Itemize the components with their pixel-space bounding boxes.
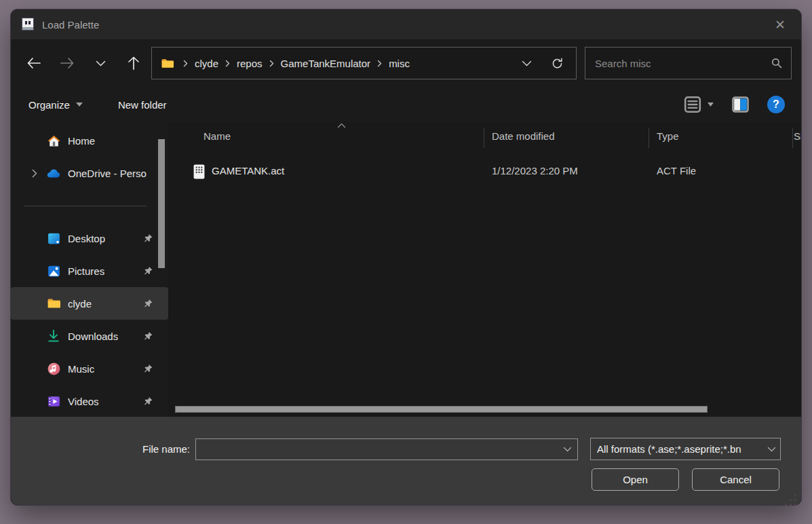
sidebar-item-downloads[interactable]: Downloads <box>11 320 168 352</box>
organize-button[interactable]: Organize <box>28 99 83 111</box>
pin-icon <box>143 266 153 276</box>
title-bar: Load Palette ✕ <box>11 10 801 39</box>
open-button[interactable]: Open <box>592 468 679 491</box>
back-button[interactable] <box>20 50 47 77</box>
sidebar-scrollbar[interactable] <box>158 139 165 268</box>
organize-label: Organize <box>28 99 70 111</box>
address-folder-icon <box>160 56 175 71</box>
dialog-footer: File name: All formats (*.ase;*.aseprite… <box>11 417 801 505</box>
desktop-icon <box>46 231 61 246</box>
search-box[interactable] <box>585 47 792 79</box>
sidebar-separator <box>11 189 168 222</box>
sort-ascending-icon <box>337 123 346 128</box>
onedrive-cloud-icon <box>46 166 61 181</box>
home-icon <box>46 133 61 148</box>
sidebar-item-label: clyde <box>68 298 92 310</box>
sidebar-item-desktop[interactable]: Desktop <box>11 222 168 255</box>
file-name: GAMETANK.act <box>212 165 284 176</box>
horizontal-scrollbar[interactable] <box>168 406 801 413</box>
sidebar-item-videos[interactable]: Videos <box>11 385 168 417</box>
new-folder-button[interactable]: New folder <box>118 99 167 111</box>
file-type: ACT File <box>657 165 696 176</box>
sidebar-item-label: Videos <box>68 396 99 407</box>
file-name-input[interactable] <box>201 444 563 455</box>
sidebar-item-label: Home <box>68 135 95 147</box>
filter-dropdown-chevron-icon <box>767 447 776 452</box>
file-name-dropdown-chevron-icon[interactable] <box>563 447 572 452</box>
details-view-icon <box>683 95 702 114</box>
pin-icon <box>143 396 153 407</box>
window-title: Load Palette <box>42 19 99 31</box>
command-toolbar: Organize New folder ? <box>11 87 801 122</box>
sidebar-item-onedrive[interactable]: OneDrive - Perso <box>11 157 168 189</box>
sidebar-item-label: Pictures <box>68 265 104 277</box>
breadcrumb-separator-icon <box>372 60 387 67</box>
column-header-name[interactable]: Name <box>204 130 231 142</box>
forward-button[interactable] <box>54 50 81 77</box>
sidebar-item-pictures[interactable]: Pictures <box>11 255 168 287</box>
sidebar-item-label: Desktop <box>68 233 105 244</box>
column-header-size[interactable]: Size <box>794 130 801 142</box>
recent-locations-chevron-icon[interactable] <box>87 50 114 77</box>
file-date-modified: 1/12/2023 2:20 PM <box>492 165 578 176</box>
pictures-icon <box>46 263 61 278</box>
sidebar-item-home[interactable]: Home <box>11 124 168 157</box>
address-dropdown-chevron-icon[interactable] <box>509 60 544 67</box>
act-file-icon <box>193 164 206 180</box>
horizontal-scrollbar-thumb[interactable] <box>175 406 708 413</box>
column-headers: Name Date modified Type Size <box>168 122 801 153</box>
file-type-filter-value: All formats (*.ase;*.aseprite;*.bn <box>597 443 767 455</box>
breadcrumb-item[interactable]: GameTankEmulator <box>279 58 372 69</box>
file-list: Name Date modified Type Size <box>168 122 801 417</box>
search-icon[interactable] <box>771 57 783 69</box>
pin-icon <box>143 331 153 341</box>
organize-caret-icon <box>76 102 83 107</box>
navigation-bar: clyde repos GameTankEmulator misc <box>11 39 801 87</box>
load-palette-dialog: Load Palette ✕ clyde repos <box>11 10 801 505</box>
view-caret-icon <box>708 102 714 107</box>
file-name-label: File name: <box>126 443 190 455</box>
address-bar[interactable]: clyde repos GameTankEmulator misc <box>151 47 577 79</box>
sidebar-item-label: OneDrive - Perso <box>68 168 147 179</box>
column-header-date-modified[interactable]: Date modified <box>492 130 555 142</box>
cancel-button[interactable]: Cancel <box>692 468 779 491</box>
sidebar-item-music[interactable]: Music <box>11 352 168 385</box>
column-header-type[interactable]: Type <box>657 130 679 142</box>
up-button[interactable] <box>120 50 147 77</box>
file-type-filter-select[interactable]: All formats (*.ase;*.aseprite;*.bn <box>590 438 781 460</box>
column-divider[interactable] <box>649 128 649 148</box>
downloads-icon <box>46 329 61 343</box>
breadcrumb-separator-icon <box>264 60 279 67</box>
refresh-icon[interactable] <box>544 57 568 70</box>
sidebar-item-label: Music <box>68 363 94 375</box>
sidebar-item-clyde[interactable]: clyde <box>11 287 168 320</box>
expand-chevron-icon[interactable] <box>27 169 42 178</box>
close-icon[interactable]: ✕ <box>769 13 792 36</box>
sidebar-item-label: Downloads <box>68 331 118 342</box>
breadcrumb-item[interactable]: repos <box>235 58 264 69</box>
resize-grip[interactable] <box>785 494 796 506</box>
breadcrumb-separator-icon <box>178 60 193 67</box>
main-area: Home OneDrive - Perso <box>11 122 801 417</box>
breadcrumb-separator-icon <box>220 60 235 67</box>
column-divider[interactable] <box>484 128 484 148</box>
navigation-sidebar: Home OneDrive - Perso <box>11 122 168 417</box>
pin-icon <box>143 233 153 244</box>
music-icon <box>46 361 61 376</box>
new-folder-label: New folder <box>118 99 167 111</box>
breadcrumb-item[interactable]: misc <box>387 58 411 69</box>
pin-icon <box>143 364 153 374</box>
breadcrumb-item[interactable]: clyde <box>193 58 220 69</box>
file-row[interactable]: GAMETANK.act 1/12/2023 2:20 PM ACT File <box>168 158 801 185</box>
preview-pane-button[interactable] <box>731 96 750 113</box>
change-view-button[interactable] <box>683 95 714 114</box>
aseprite-app-icon <box>20 17 35 32</box>
file-name-combo[interactable] <box>195 438 578 460</box>
help-button[interactable]: ? <box>767 96 785 113</box>
column-divider[interactable] <box>792 128 793 148</box>
videos-icon <box>46 394 61 409</box>
search-input[interactable] <box>595 58 771 69</box>
pin-icon <box>143 299 153 309</box>
folder-icon <box>46 296 61 311</box>
